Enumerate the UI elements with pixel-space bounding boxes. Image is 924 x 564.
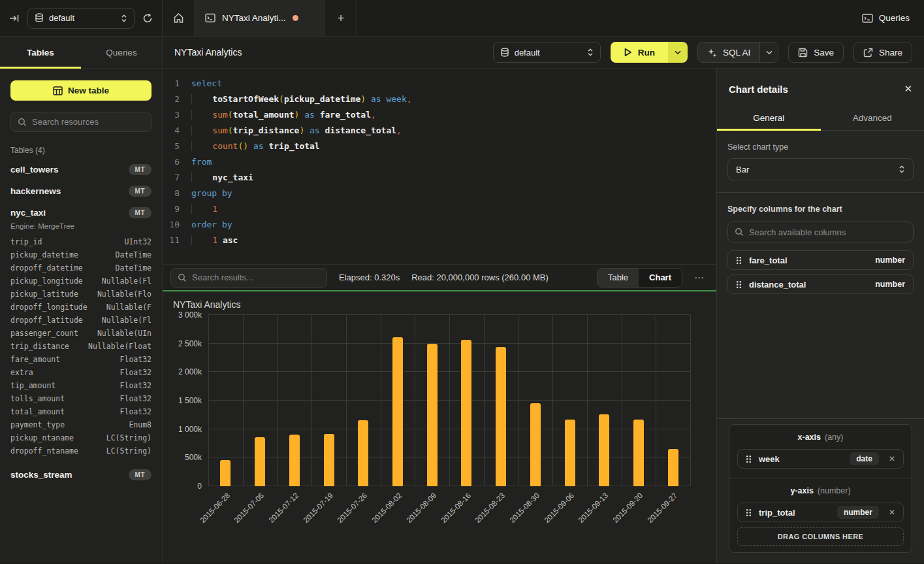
table-view-button[interactable]: Table [597, 269, 639, 287]
more-options-button[interactable]: ⋯ [694, 272, 705, 284]
bar[interactable] [530, 403, 541, 487]
play-icon [624, 48, 632, 57]
axis-column-chip[interactable]: weekdate✕ [737, 449, 904, 469]
save-button-label: Save [814, 48, 834, 58]
column-type: Nullable(Flo [97, 288, 151, 301]
available-column-chip[interactable]: fare_totalnumber [727, 250, 914, 270]
bar[interactable] [220, 460, 231, 486]
query-tab[interactable]: NYTaxi Analyti... [195, 0, 325, 36]
bar[interactable] [496, 347, 506, 486]
code-text: count() as trip_total [191, 139, 320, 154]
table-item[interactable]: hackernewsMT [10, 180, 151, 202]
sidebar-search-input[interactable] [32, 117, 144, 127]
toolbar-database-selector[interactable]: default [493, 42, 601, 63]
bar[interactable] [255, 437, 265, 486]
results-search-input[interactable] [192, 273, 320, 282]
column-type: Enum8 [129, 418, 151, 431]
code-line: 2 toStartOfWeek(pickup_datetime) as week… [163, 91, 716, 107]
y-axis-title: y-axis(number) [737, 486, 904, 495]
engine-badge: MT [129, 164, 151, 175]
column-type: DateTime [116, 261, 151, 274]
axis-column-chip[interactable]: trip_totalnumber✕ [737, 503, 904, 522]
line-number: 5 [163, 139, 191, 154]
tab-advanced[interactable]: Advanced [821, 105, 924, 130]
x-tick-label: 2015-08-23 [473, 491, 506, 524]
remove-column-button[interactable]: ✕ [886, 508, 895, 517]
run-button[interactable]: Run [611, 42, 668, 63]
divider [717, 192, 924, 193]
share-button[interactable]: Share [853, 42, 912, 63]
code-line: 11 1 asc [163, 233, 716, 248]
new-tab-button[interactable]: + [325, 0, 357, 36]
bar[interactable] [461, 340, 471, 486]
close-panel-button[interactable]: ✕ [904, 83, 912, 95]
code-text: from [191, 154, 212, 170]
x-tick-label: 2015-08-16 [439, 491, 472, 524]
code-line: 5 count() as trip_total [163, 139, 716, 154]
line-number: 4 [163, 123, 191, 139]
sidebar-search[interactable] [10, 112, 151, 132]
home-button[interactable] [163, 0, 195, 36]
column-type: Nullable(UIn [97, 327, 151, 340]
bar[interactable] [358, 420, 368, 486]
x-tick-label: 2015-09-27 [646, 491, 678, 524]
chart-type-select[interactable]: Bar [727, 158, 914, 180]
new-table-button[interactable]: New table [10, 80, 151, 101]
database-selector[interactable]: default [27, 8, 135, 29]
bar[interactable] [392, 337, 403, 486]
column-name: extra [10, 366, 33, 379]
sql-ai-options-button[interactable] [759, 42, 778, 62]
save-button[interactable]: Save [788, 42, 844, 63]
tables-list: cell_towersMThackernewsMTnyc_taxiMTEngin… [10, 159, 151, 486]
drop-zone[interactable]: DRAG COLUMNS HERE [737, 527, 904, 546]
bar[interactable] [599, 414, 609, 486]
table-item[interactable]: nyc_taxiMT [10, 202, 151, 224]
bar[interactable] [427, 344, 438, 486]
x-tick-label: 2015-09-20 [611, 491, 644, 524]
sql-ai-button[interactable]: SQL AI [698, 42, 759, 62]
code-line: 3 sum(total_amount) as fare_total, [163, 107, 716, 123]
x-tick-label: 2015-06-28 [199, 491, 231, 524]
view-toggle: Table Chart [597, 268, 682, 288]
bar[interactable] [565, 420, 575, 486]
chart-y-axis: 0500k1 000k1 500k2 000k2 500k3 000k [170, 315, 208, 486]
bar[interactable] [668, 449, 678, 486]
run-options-button[interactable] [668, 42, 688, 63]
sql-editor[interactable]: 1select2 toStartOfWeek(pickup_datetime) … [163, 69, 716, 264]
code-line: 9 1 [163, 201, 716, 217]
columns-search[interactable] [727, 222, 914, 242]
sidebar-tab-tables[interactable]: Tables [0, 37, 81, 68]
x-tick-label: 2015-07-05 [232, 491, 265, 524]
console-icon [205, 13, 215, 23]
column-type: DateTime [116, 248, 151, 261]
bar[interactable] [289, 435, 300, 486]
drag-handle-icon [736, 280, 742, 289]
code-text: group by [191, 186, 232, 201]
available-column-chip[interactable]: distance_totalnumber [727, 274, 914, 294]
chevron-up-down-icon [899, 165, 905, 174]
tab-general[interactable]: General [717, 105, 821, 130]
table-name: nyc_taxi [10, 208, 46, 218]
x-axis-title: x-axis(any) [737, 433, 904, 442]
remove-column-button[interactable]: ✕ [886, 454, 895, 463]
bar[interactable] [324, 434, 334, 486]
table-item[interactable]: stocks_streamMT [10, 464, 151, 486]
bar[interactable] [633, 420, 644, 486]
elapsed-stat: Elapsed: 0.320s [339, 273, 400, 282]
code-line: 1select [163, 76, 716, 91]
tab-title: NYTaxi Analyti... [222, 13, 286, 23]
sidebar-tab-queries[interactable]: Queries [81, 37, 162, 68]
queries-button[interactable]: Queries [848, 0, 924, 36]
results-search[interactable] [170, 268, 327, 288]
chart-view-button[interactable]: Chart [639, 269, 682, 287]
table-item[interactable]: cell_towersMT [10, 159, 151, 180]
columns-search-input[interactable] [749, 227, 906, 237]
refresh-button[interactable] [142, 13, 153, 24]
unsaved-dot [293, 15, 298, 21]
chip-type-badge: date [850, 452, 879, 465]
column-row: dropoff_datetimeDateTime [10, 261, 151, 274]
y-axis-section: y-axis(number) trip_totalnumber✕ DRAG CO… [729, 478, 912, 552]
column-row: passenger_countNullable(UIn [10, 327, 151, 340]
x-tick-label: 2015-08-09 [405, 491, 438, 524]
collapse-sidebar-button[interactable] [9, 13, 20, 24]
